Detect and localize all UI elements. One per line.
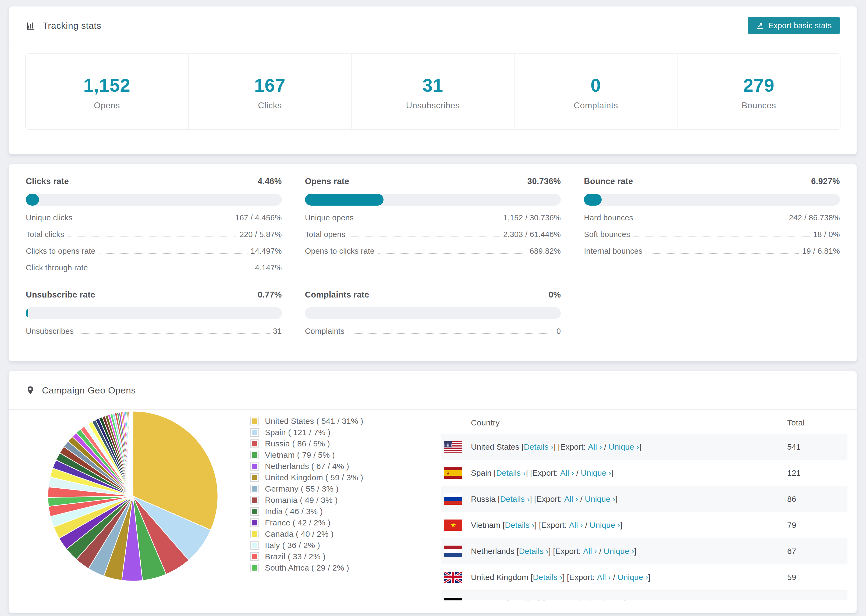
legend-label: South Africa ( 29 / 2% ) [265,563,349,572]
legend-item-france[interactable]: France ( 42 / 2% ) [250,517,363,528]
legend-swatch [250,519,259,527]
export-all-link[interactable]: All › [583,547,597,556]
geo-table-row-united-kingdom: United Kingdom [Details ›] [Export: All … [441,564,847,590]
legend-swatch [250,417,259,426]
rate-section-complaints-rate: Complaints rate0%Complaints0 [305,290,561,336]
geo-pie-chart [47,410,219,582]
rate-row-unique-opens: Unique opens1,152 / 30.736% [305,214,561,222]
progress-track [26,194,282,206]
vn-flag-icon [444,520,462,531]
legend-item-vietnam[interactable]: Vietnam ( 79 / 5% ) [250,449,363,460]
legend-item-italy[interactable]: Italy ( 36 / 2% ) [250,540,363,551]
rate-row-label: Hard bounces [584,214,633,222]
legend-item-germany[interactable]: Germany ( 55 / 3% ) [250,483,363,495]
pie-slice-other[interactable] [132,411,133,496]
country-name: United States [471,442,521,451]
geo-table: CountryTotalUnited States [Details ›] [E… [441,412,847,600]
legend-item-south-africa[interactable]: South Africa ( 29 / 2% ) [250,562,363,574]
stat-box-unsubscribes: 31Unsubscribes [351,54,514,129]
legend-label: Spain ( 121 / 7% ) [265,428,331,437]
dotted-leader [646,253,799,254]
export-unique-link[interactable]: Unique › [593,599,624,600]
export-unique-link[interactable]: Unique › [604,547,634,556]
legend-item-russia[interactable]: Russia ( 86 / 5% ) [250,438,363,449]
details-link[interactable]: Details › [500,495,529,504]
export-all-link[interactable]: All › [588,442,602,451]
country-total: 67 [787,547,847,556]
legend-label: Vietnam ( 79 / 5% ) [265,451,335,460]
legend-swatch [250,507,259,516]
legend-item-india[interactable]: India ( 46 / 3% ) [250,506,363,517]
details-link[interactable]: Details › [496,468,526,478]
legend-swatch [250,451,259,459]
rate-row-value: 1,152 / 30.736% [503,214,561,222]
geo-table-row-russia: Russia [Details ›] [Export: All › / Uniq… [441,486,847,512]
legend-label: United Kingdom ( 59 / 3% ) [265,473,363,482]
export-all-link[interactable]: All › [564,495,578,504]
rate-row-value: 14.497% [251,247,282,256]
stat-label: Unsubscribes [351,101,514,110]
country-total: 86 [787,495,847,504]
legend-label: India ( 46 / 3% ) [265,507,323,516]
details-link[interactable]: Details › [524,442,553,451]
rate-row-complaints: Complaints0 [305,327,561,336]
country-total: 59 [787,573,847,582]
rate-row-label: Unique clicks [26,214,72,222]
legend-item-netherlands[interactable]: Netherlands ( 67 / 4% ) [250,460,363,472]
legend-item-canada[interactable]: Canada ( 40 / 2% ) [250,528,363,540]
rate-row-total-opens: Total opens2,303 / 61.446% [305,230,561,239]
export-unique-link[interactable]: Unique › [609,442,639,451]
legend-swatch [250,564,259,572]
legend-item-united-kingdom[interactable]: United Kingdom ( 59 / 3% ) [250,472,363,483]
country-total: 55 [787,599,847,600]
legend-item-brazil[interactable]: Brazil ( 33 / 2% ) [250,551,363,562]
rate-row-value: 242 / 86.738% [789,214,840,222]
legend-item-spain[interactable]: Spain ( 121 / 7% ) [250,427,363,438]
export-all-link[interactable]: All › [560,468,574,478]
legend-item-romania[interactable]: Romania ( 49 / 3% ) [250,495,363,506]
legend-label: Canada ( 40 / 2% ) [265,530,334,539]
rate-row-label: Unsubscribes [26,327,74,336]
legend-item-united-states[interactable]: United States ( 541 / 31% ) [250,415,363,427]
rate-title: Clicks rate [26,177,69,186]
rate-row-label: Internal bounces [584,247,642,256]
export-all-link[interactable]: All › [597,573,611,582]
rate-row-opens-to-clicks-rate: Opens to clicks rate689.82% [305,247,561,256]
stat-box-bounces: 279Bounces [677,54,840,129]
campaign-overview-page: Tracking stats Export basic stats 1,152O… [0,0,866,616]
rate-value: 0.77% [258,290,282,300]
rate-row-click-through-rate: Click through rate4.147% [26,263,282,272]
progress-track [305,194,561,206]
export-unique-link[interactable]: Unique › [585,495,615,504]
stat-value: 167 [189,75,351,96]
geo-table-row-netherlands: Netherlands [Details ›] [Export: All › /… [441,538,847,564]
map-pin-icon [26,386,35,395]
details-link[interactable]: Details › [505,520,534,530]
details-link[interactable]: Details › [519,547,548,556]
stat-value: 0 [515,75,677,96]
rate-row-label: Unique opens [305,214,354,222]
export-all-link[interactable]: All › [573,599,587,600]
dotted-leader [91,270,252,270]
export-unique-link[interactable]: Unique › [589,520,620,530]
rate-title: Opens rate [305,177,350,186]
rate-row-value: 4.147% [255,263,282,272]
details-link[interactable]: Details › [533,573,562,582]
rates-grid: Clicks rate4.46%Unique clicks167 / 4.456… [9,164,857,348]
export-basic-stats-button[interactable]: Export basic stats [748,17,840,34]
ru-flag-icon [444,493,462,505]
export-unique-link[interactable]: Unique › [617,573,648,582]
geo-title: Campaign Geo Opens [42,385,840,396]
pie-legend: United States ( 541 / 31% )Spain ( 121 /… [250,415,363,574]
export-unique-link[interactable]: Unique › [581,468,611,478]
rate-row-label: Clicks to opens rate [26,247,96,256]
export-all-link[interactable]: All › [569,520,583,530]
rate-row-value: 0 [556,327,561,336]
rate-title: Bounce rate [584,177,633,186]
legend-swatch [250,485,259,493]
rate-row-soft-bounces: Soft bounces18 / 0% [584,230,840,239]
rate-row-unique-clicks: Unique clicks167 / 4.456% [26,214,282,222]
details-link[interactable]: Details › [509,599,538,600]
rate-row-internal-bounces: Internal bounces19 / 6.81% [584,247,840,256]
legend-swatch [250,462,259,471]
